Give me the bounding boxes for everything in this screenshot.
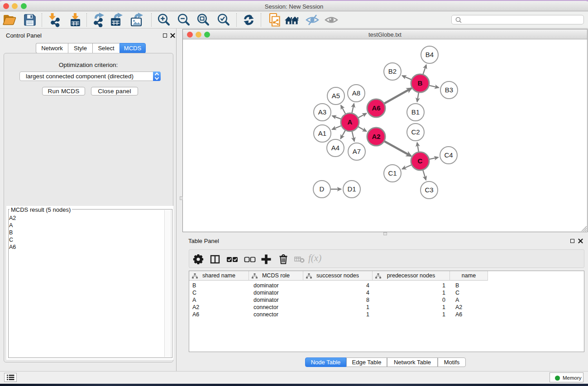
svg-text:B1: B1 [411, 108, 420, 116]
svg-text:A3: A3 [318, 108, 326, 116]
svg-text:B3: B3 [445, 86, 453, 94]
svg-text:A: A [348, 118, 353, 126]
svg-text:A5: A5 [332, 92, 340, 100]
svg-text:B2: B2 [388, 67, 397, 75]
svg-text:C1: C1 [388, 169, 397, 177]
svg-text:A1: A1 [318, 129, 326, 137]
svg-text:C4: C4 [444, 151, 453, 159]
svg-text:D: D [320, 185, 325, 193]
svg-text:A2: A2 [372, 133, 380, 140]
svg-text:A6: A6 [372, 104, 380, 112]
svg-text:B: B [418, 79, 423, 87]
svg-text:A7: A7 [353, 148, 361, 155]
svg-text:C2: C2 [411, 128, 420, 136]
svg-text:A8: A8 [352, 89, 360, 97]
svg-text:C: C [418, 157, 423, 165]
svg-text:D1: D1 [347, 185, 356, 193]
svg-text:B4: B4 [425, 51, 434, 58]
svg-text:C3: C3 [425, 186, 433, 194]
svg-text:A4: A4 [331, 144, 339, 152]
